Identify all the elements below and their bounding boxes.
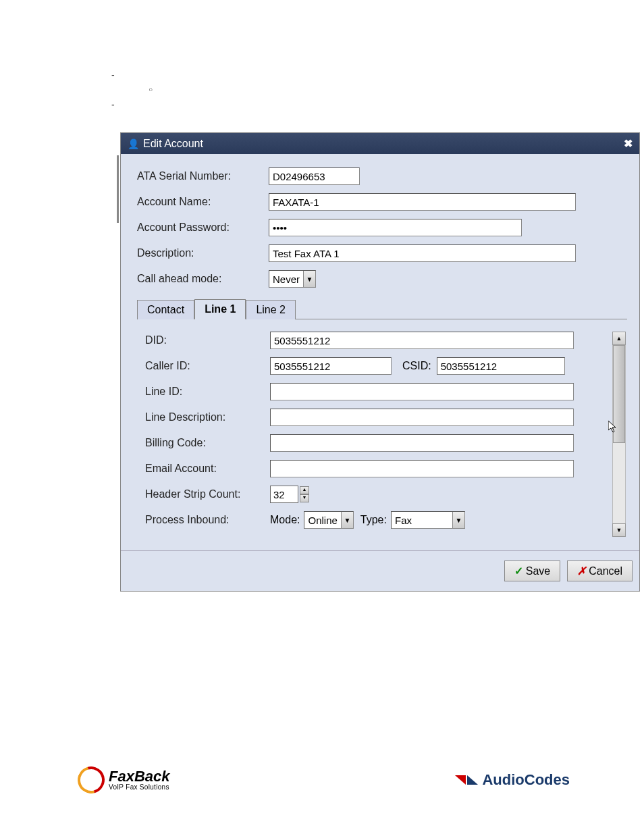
tab-line2[interactable]: Line 2 (246, 300, 296, 319)
did-label: DID: (145, 334, 270, 346)
account-name-label: Account Name: (137, 196, 269, 208)
audiocodes-logo: AudioCodes (455, 771, 570, 789)
tab-content-line1: DID: Caller ID: CSID: Line ID: Line Desc… (137, 319, 627, 544)
edit-account-dialog: 👤 Edit Account ✖ ATA Serial Number: Acco… (120, 132, 640, 592)
left-side-bar (117, 155, 119, 223)
callerid-input[interactable] (270, 357, 392, 375)
mode-select[interactable]: Online ▼ (304, 511, 353, 529)
call-ahead-select[interactable]: Never ▼ (269, 270, 316, 288)
email-input[interactable] (270, 460, 574, 477)
audiocodes-name: AudioCodes (482, 771, 570, 789)
csid-label: CSID: (402, 360, 431, 372)
ata-serial-label: ATA Serial Number: (137, 170, 269, 182)
chevron-down-icon: ▼ (303, 271, 315, 287)
save-label: Save (526, 565, 550, 577)
type-select[interactable]: Fax ▼ (391, 511, 465, 529)
chevron-down-icon: ▼ (341, 512, 353, 528)
process-inbound-label: Process Inbound: (145, 514, 270, 526)
type-value: Fax (395, 515, 449, 526)
type-label: Type: (360, 514, 387, 526)
x-icon: ✗ (577, 565, 586, 577)
dash-marker: - (111, 68, 153, 82)
form-area: ATA Serial Number: Account Name: Account… (121, 154, 639, 550)
spinner-down-icon[interactable]: ▼ (300, 494, 309, 502)
faxback-name: FaxBack (109, 769, 170, 784)
account-password-input[interactable] (269, 219, 522, 236)
scroll-up-icon[interactable]: ▲ (612, 332, 626, 345)
header-strip-label: Header Strip Count: (145, 488, 270, 500)
dialog-button-bar: ✓ Save ✗ Cancel (121, 550, 639, 591)
csid-input[interactable] (437, 357, 565, 375)
faxback-logo: FaxBack VoIP Fax Solutions (78, 766, 170, 793)
billing-label: Billing Code: (145, 437, 270, 449)
linedesc-input[interactable] (270, 409, 574, 426)
dash-marker: - (111, 97, 153, 112)
faxback-swirl-icon (73, 762, 110, 799)
cancel-label: Cancel (589, 565, 622, 577)
tab-strip: Contact Line 1 Line 2 (137, 298, 627, 319)
did-input[interactable] (270, 332, 574, 349)
lineid-input[interactable] (270, 383, 574, 400)
description-input[interactable] (269, 244, 576, 262)
mode-value: Online (308, 515, 337, 526)
tab-contact[interactable]: Contact (137, 300, 194, 319)
audiocodes-icon (455, 775, 478, 785)
list-markers: - ○ - (111, 68, 153, 112)
cursor-icon (608, 421, 619, 437)
description-label: Description: (137, 247, 269, 259)
linedesc-label: Line Description: (145, 411, 270, 423)
cancel-button[interactable]: ✗ Cancel (567, 561, 633, 581)
faxback-tagline: VoIP Fax Solutions (109, 784, 170, 791)
call-ahead-label: Call ahead mode: (137, 273, 269, 285)
close-icon[interactable]: ✖ (624, 137, 633, 150)
save-button[interactable]: ✓ Save (504, 561, 560, 581)
callerid-label: Caller ID: (145, 360, 270, 372)
header-strip-spinner[interactable]: ▲ ▼ (270, 486, 309, 503)
call-ahead-value: Never (273, 273, 300, 285)
lineid-label: Line ID: (145, 386, 270, 398)
account-icon: 👤 (128, 138, 139, 149)
footer-logos: FaxBack VoIP Fax Solutions AudioCodes (78, 766, 570, 793)
circle-marker: ○ (149, 82, 153, 97)
dialog-titlebar: 👤 Edit Account ✖ (121, 133, 639, 154)
chevron-down-icon: ▼ (452, 512, 464, 528)
check-icon: ✓ (514, 565, 523, 577)
header-strip-input[interactable] (270, 486, 298, 503)
mode-label: Mode: (270, 514, 300, 526)
account-password-label: Account Password: (137, 221, 269, 234)
scroll-down-icon[interactable]: ▼ (612, 523, 626, 537)
email-label: Email Account: (145, 463, 270, 475)
tab-line1[interactable]: Line 1 (194, 299, 246, 319)
ata-serial-input[interactable] (269, 167, 360, 185)
spinner-up-icon[interactable]: ▲ (300, 486, 309, 494)
account-name-input[interactable] (269, 193, 576, 211)
dialog-title: Edit Account (143, 138, 203, 150)
billing-input[interactable] (270, 434, 574, 452)
